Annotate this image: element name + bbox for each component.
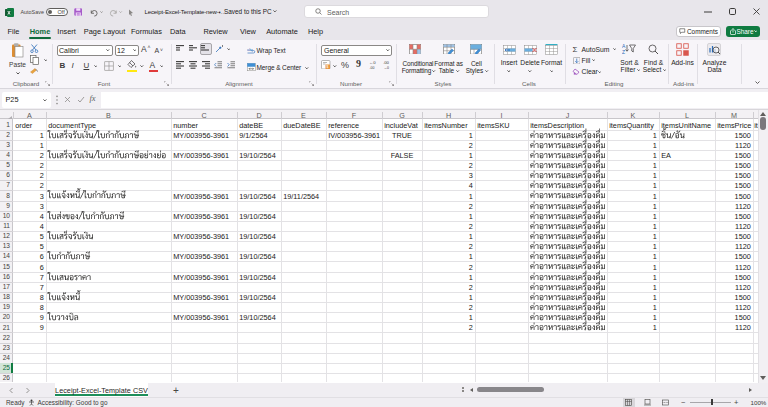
svg-text:.00: .00 [383,60,390,65]
svg-text:.00: .00 [370,66,375,70]
svg-text:←0: ←0 [369,60,376,65]
svg-text:→0: →0 [383,66,389,70]
svg-text:A: A [622,43,626,49]
svg-text:Z: Z [622,49,625,55]
